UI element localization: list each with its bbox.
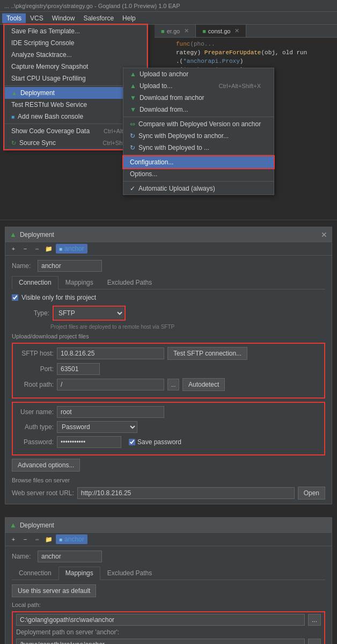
deploy-path-label: Deployment path on server 'anchor':: [13, 627, 324, 637]
deploy-path-browse-btn[interactable]: ...: [308, 639, 321, 644]
sftp-host-row: SFTP host: Test SFTP connection...: [16, 347, 321, 360]
submenu-download-from[interactable]: ▼ Download from...: [123, 104, 274, 115]
remove-server2-btn[interactable]: −: [20, 534, 30, 544]
menu-salesforce[interactable]: Salesforce: [79, 13, 118, 23]
menu-help[interactable]: Help: [118, 13, 140, 23]
local-path-browse-btn[interactable]: ...: [308, 614, 321, 626]
submenu-options[interactable]: Options...: [123, 168, 274, 180]
submenu-compare[interactable]: ⇔ Compare with Deployed Version on ancho…: [123, 118, 274, 130]
submenu-sync-anchor[interactable]: ↻ Sync with Deployed to anchor...: [123, 130, 274, 142]
dialog1-title: Deployment: [20, 231, 318, 238]
er-go-icon: ■: [161, 28, 165, 34]
menu-vcs[interactable]: VCS: [26, 13, 48, 23]
deploy-path-row: ...: [13, 637, 324, 644]
sync-to-label: Sync with Deployed to ...: [138, 144, 209, 151]
deployment-label: Deployment: [20, 89, 55, 97]
code-line-3: .(*anchorapi.Proxy): [155, 57, 337, 66]
save-password-checkbox[interactable]: [129, 439, 135, 445]
submenu-sync-to[interactable]: ↻ Sync with Deployed to ...: [123, 142, 274, 154]
use-default-row: Use this server as default: [12, 584, 325, 597]
compare-icon: ⇔: [130, 120, 135, 128]
root-path-input[interactable]: [57, 379, 164, 390]
submenu-divider3: [123, 181, 274, 182]
tab-excluded-paths[interactable]: Excluded Paths: [100, 276, 159, 289]
test-sftp-btn[interactable]: Test SFTP connection...: [167, 347, 247, 360]
submenu-auto-upload[interactable]: ✓ Automatic Upload (always): [123, 183, 274, 194]
copy-server-btn[interactable]: ⎓: [32, 244, 42, 254]
user-name-input[interactable]: [57, 406, 164, 418]
deployment-dialog-1: ▲ Deployment ✕ + − ⎓ 📁 ■ anchor Name:: [5, 227, 332, 504]
server-item-anchor[interactable]: ■ anchor: [56, 244, 87, 254]
ide-titlebar: ... ..\pkg\registry\proxy\strategy.go - …: [0, 0, 337, 12]
folder-server-btn[interactable]: 📁: [44, 244, 54, 254]
web-root-label: Web server root URL:: [12, 489, 74, 497]
upload-anchor-label: Upload to anchor: [140, 70, 188, 78]
tab-connection[interactable]: Connection: [12, 276, 58, 290]
browse-section-label: Browse files on server: [12, 477, 325, 483]
deploy-path-input[interactable]: [16, 639, 305, 644]
deployment2-icon-title: ▲: [10, 521, 17, 529]
add-server2-btn[interactable]: +: [9, 534, 18, 544]
deployment-submenu: ▲ Upload to anchor ▲ Upload to... Ctrl+A…: [123, 68, 274, 195]
sync-to-icon: ↻: [130, 144, 135, 151]
tab-mappings[interactable]: Mappings: [58, 276, 100, 289]
source-sync-label: Source Sync: [19, 139, 56, 147]
source-sync-icon: ↻: [11, 140, 16, 147]
local-path-input[interactable]: [16, 614, 305, 626]
save-password-label: Save password: [137, 438, 181, 446]
save-template-label: Save File as Template...: [11, 27, 80, 35]
menu-save-template[interactable]: Save File as Template...: [5, 25, 146, 37]
menu-tools[interactable]: Tools: [2, 13, 26, 23]
const-go-close[interactable]: ✕: [235, 27, 239, 34]
visible-only-row: Visible only for this project: [12, 294, 325, 301]
deployment-dialog-2: ▲ Deployment + − ⎓ 📁 ■ anchor Name:: [5, 517, 332, 644]
web-root-input[interactable]: [77, 487, 295, 499]
menu-ide-scripting[interactable]: IDE Scripting Console: [5, 37, 146, 49]
er-go-close[interactable]: ✕: [184, 27, 189, 34]
tab2-connection[interactable]: Connection: [12, 567, 58, 580]
folder-server2-btn[interactable]: 📁: [44, 534, 54, 544]
password-input[interactable]: [57, 436, 121, 448]
tab-er-go[interactable]: ■ er.go ✕: [155, 25, 196, 37]
sftp-host-input[interactable]: [57, 348, 164, 359]
menu-window[interactable]: Window: [48, 13, 79, 23]
server-item-anchor2[interactable]: ■ anchor: [56, 534, 87, 544]
tab-const-go[interactable]: ■ const.go ✕: [196, 25, 246, 37]
auth-type-select[interactable]: Password: [57, 421, 137, 433]
tab2-mappings[interactable]: Mappings: [58, 567, 100, 580]
use-default-btn[interactable]: Use this server as default: [12, 584, 96, 597]
submenu-download-anchor[interactable]: ▼ Download from anchor: [123, 92, 274, 104]
upload-to-shortcut: Ctrl+Alt+Shift+X: [208, 83, 261, 89]
auth-type-label: Auth type:: [16, 423, 54, 431]
server-anchor-label: anchor: [64, 245, 84, 252]
code-line-2: rategy) PrepareForUpdate(obj, old run: [155, 48, 337, 57]
download-anchor-icon: ▼: [130, 94, 136, 102]
open-btn[interactable]: Open: [298, 487, 325, 500]
bash-icon: ■: [11, 114, 14, 120]
submenu-upload-anchor[interactable]: ▲ Upload to anchor: [123, 68, 274, 80]
visible-only-checkbox[interactable]: [12, 294, 18, 301]
web-root-row: Web server root URL: Open: [12, 487, 325, 500]
dialog1-close-btn[interactable]: ✕: [321, 230, 327, 239]
remove-server-btn[interactable]: −: [20, 244, 30, 254]
analyze-label: Analyze Stacktrace...: [11, 51, 72, 59]
upload-section-label: Upload/download project files: [12, 333, 325, 339]
advanced-options-btn[interactable]: Advanced options...: [12, 459, 80, 472]
add-server-btn[interactable]: +: [9, 244, 18, 254]
port-input[interactable]: [57, 363, 100, 375]
menu-analyze[interactable]: Analyze Stacktrace...: [5, 49, 146, 61]
bash-console-label: Add new Bash console: [18, 113, 83, 120]
port-row: Port:: [16, 363, 321, 375]
type-select[interactable]: SFTP: [54, 307, 124, 319]
autodetect-btn[interactable]: Autodetect: [182, 378, 225, 391]
submenu-upload-to[interactable]: ▲ Upload to... Ctrl+Alt+Shift+X: [123, 80, 274, 92]
dialog2-title: Deployment: [20, 522, 327, 529]
tab2-excluded-paths[interactable]: Excluded Paths: [100, 567, 159, 580]
name-input[interactable]: [38, 260, 102, 272]
user-name-label: User name:: [16, 408, 54, 416]
copy-server2-btn[interactable]: ⎓: [32, 534, 42, 544]
name-input2[interactable]: [38, 551, 102, 562]
submenu-configuration[interactable]: Configuration...: [123, 156, 274, 168]
root-path-browse-btn[interactable]: ...: [167, 379, 179, 390]
local-path-section: Local path:: [12, 602, 325, 608]
